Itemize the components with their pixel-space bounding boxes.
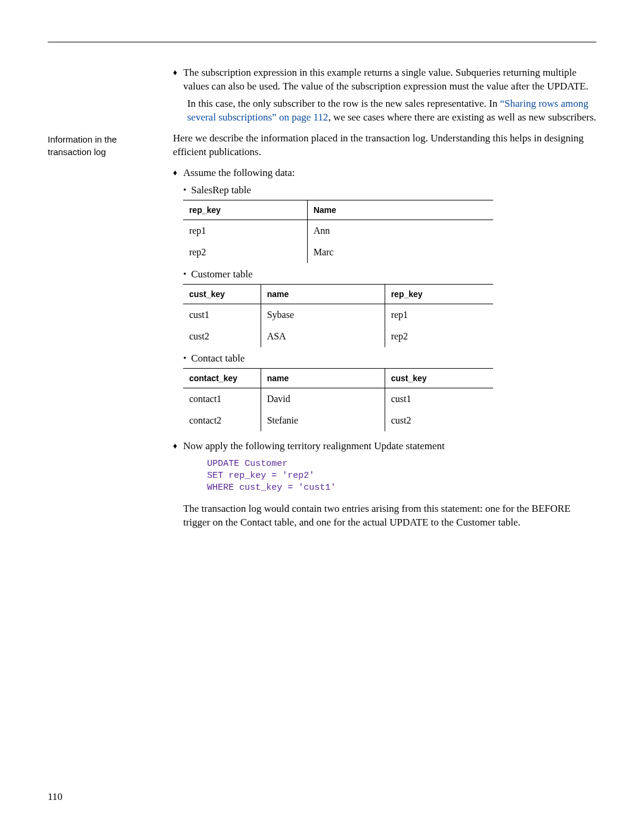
contact-table: contact_key name cust_key contact1 David… (183, 368, 493, 431)
para-describe-info: Here we describe the information placed … (173, 132, 596, 159)
bullet-apply-update: ♦ Now apply the following territory real… (173, 440, 596, 537)
salesrep-table-label: SalesRep table (191, 184, 596, 197)
contact-header-name: name (261, 368, 385, 388)
apply-update-label: Now apply the following territory realig… (183, 440, 445, 452)
salesrep-header-name: Name (307, 200, 493, 220)
bullet-dot-icon: • (183, 352, 186, 366)
salesrep-table: rep_key Name rep1 Ann rep2 Marc (183, 200, 493, 263)
customer-table: cust_key name rep_key cust1 Sybase rep1 … (183, 284, 493, 347)
bullet-dot-icon: • (183, 184, 186, 197)
side-label-transaction-log: Information in the transaction log (48, 133, 161, 158)
para-only-subscriber: In this case, the only subscriber to the… (187, 97, 596, 125)
para-subscription-expression: The subscription expression in this exam… (183, 67, 589, 92)
customer-header-cust-key: cust_key (183, 284, 261, 304)
table-row: rep1 Ann (183, 220, 493, 242)
contact-table-label: Contact table (191, 352, 596, 366)
bullet-dot-icon: • (183, 268, 186, 282)
table-row: contact2 Stefanie cust2 (183, 410, 493, 431)
contact-header-contact-key: contact_key (183, 368, 261, 388)
table-row: rep2 Marc (183, 242, 493, 263)
customer-header-rep-key: rep_key (385, 284, 493, 304)
diamond-icon: ♦ (173, 166, 177, 436)
assume-data-label: Assume the following data: (183, 167, 295, 178)
contact-header-cust-key: cust_key (385, 368, 493, 388)
table-row: cust1 Sybase rep1 (183, 304, 493, 326)
customer-table-label: Customer table (191, 268, 596, 282)
para-transaction-log-entries: The transaction log would contain two en… (183, 502, 596, 530)
bullet-assume-data: ♦ Assume the following data: • SalesRep … (173, 166, 596, 436)
table-row: contact1 David cust1 (183, 388, 493, 410)
bullet-subscription-expression: ♦ The subscription expression in this ex… (173, 66, 596, 94)
diamond-icon: ♦ (173, 66, 177, 94)
salesrep-header-rep-key: rep_key (183, 200, 307, 220)
table-row: cust2 ASA rep2 (183, 326, 493, 347)
diamond-icon: ♦ (173, 440, 177, 537)
customer-header-name: name (261, 284, 385, 304)
top-rule (48, 42, 596, 42)
sql-code-block: UPDATE Customer SET rep_key = 'rep2' WHE… (207, 458, 596, 495)
main-content: ♦ The subscription expression in this ex… (173, 66, 596, 537)
